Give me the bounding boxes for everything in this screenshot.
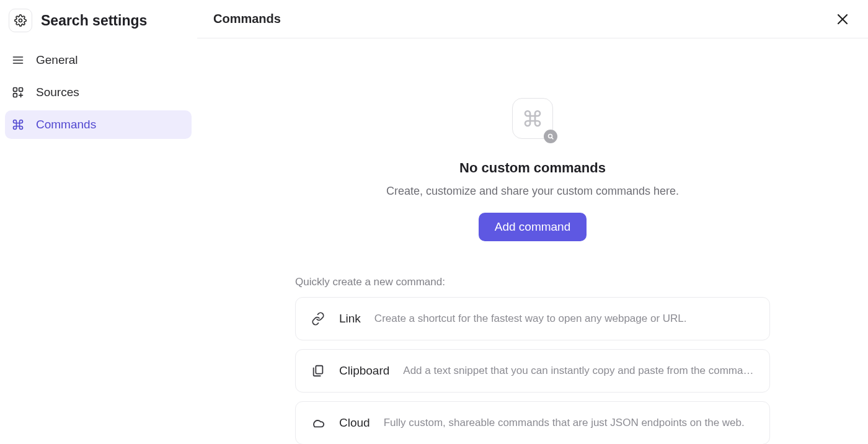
empty-subtitle: Create, customize and share your custom … [386, 185, 679, 198]
svg-line-12 [552, 138, 553, 139]
lines-icon [11, 53, 25, 67]
sidebar-item-general[interactable]: General [5, 46, 192, 74]
option-title: Link [339, 312, 361, 326]
sidebar-item-sources[interactable]: Sources [5, 78, 192, 107]
option-title: Clipboard [339, 364, 389, 378]
close-icon [835, 12, 850, 27]
option-title: Cloud [339, 416, 370, 430]
quick-create-section: Quickly create a new command: Link Creat… [295, 276, 770, 444]
clipboard-icon [311, 363, 326, 378]
sidebar-item-label: General [36, 53, 78, 67]
svg-point-0 [19, 19, 22, 22]
empty-state: No custom commands Create, customize and… [386, 98, 679, 241]
content-area: No custom commands Create, customize and… [197, 38, 868, 444]
main-header: Commands [197, 0, 868, 38]
cloud-icon [311, 415, 326, 430]
empty-command-icon [512, 98, 553, 139]
gear-icon [9, 9, 32, 32]
svg-rect-5 [19, 88, 23, 92]
quick-option-link[interactable]: Link Create a shortcut for the fastest w… [295, 297, 770, 340]
option-description: Fully custom, shareable commands that ar… [384, 417, 755, 429]
grid-plus-icon [11, 86, 25, 99]
sidebar-item-commands[interactable]: Commands [5, 110, 192, 139]
quick-option-cloud[interactable]: Cloud Fully custom, shareable commands t… [295, 401, 770, 444]
link-icon [311, 311, 326, 326]
quick-option-clipboard[interactable]: Clipboard Add a text snippet that you ca… [295, 349, 770, 393]
svg-rect-6 [14, 94, 17, 97]
option-description: Create a shortcut for the fastest way to… [374, 313, 755, 325]
quick-create-label: Quickly create a new command: [295, 276, 770, 288]
empty-title: No custom commands [459, 160, 606, 176]
sidebar-item-label: Commands [36, 118, 96, 131]
sidebar-title: Search settings [41, 12, 147, 29]
search-badge-icon [544, 130, 557, 143]
settings-sidebar: Search settings General Sources Commands [0, 0, 197, 444]
sidebar-header: Search settings [5, 6, 192, 42]
svg-rect-4 [14, 88, 17, 92]
add-command-button[interactable]: Add command [479, 213, 587, 241]
command-icon [11, 118, 25, 131]
page-title: Commands [213, 12, 281, 26]
option-description: Add a text snippet that you can instantl… [403, 365, 755, 377]
svg-rect-13 [316, 366, 322, 374]
main-panel: Commands No custom commands Create, cust… [197, 0, 868, 444]
sidebar-item-label: Sources [36, 86, 79, 99]
close-button[interactable] [833, 10, 852, 29]
